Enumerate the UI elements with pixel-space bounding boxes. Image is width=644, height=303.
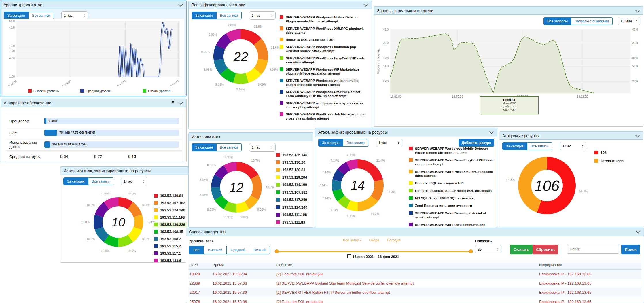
legend-item[interactable]: 193.53.117.249 xyxy=(276,198,307,202)
chevron-down-icon[interactable] xyxy=(636,229,641,234)
legend-item[interactable]: 193.53.136.20 xyxy=(276,160,307,165)
legend-item[interactable]: 193.53.108.15 xyxy=(154,230,185,234)
legend-item[interactable]: 193.53.124.240 xyxy=(276,205,307,210)
date-link[interactable]: Сегодня xyxy=(387,238,401,242)
all-records-button[interactable]: Все записи xyxy=(217,143,242,151)
donut-slice[interactable] xyxy=(251,175,262,200)
attacked-resources-donut-chart[interactable]: 55.7%44.3%106 xyxy=(504,152,596,224)
legend-item[interactable]: Высокий уровень xyxy=(28,89,59,93)
today-button[interactable]: За сегодня xyxy=(63,177,88,185)
legend-item[interactable]: 193.53.112.83 xyxy=(276,220,307,225)
all-records-button[interactable]: Все записи xyxy=(343,139,368,147)
attack-sources-donut-chart[interactable]: 16.7%16.7%8.33%8.33%8.33%8.33%8.33%8.33%… xyxy=(192,153,281,225)
today-button[interactable]: За сегодня xyxy=(192,143,217,151)
level-button-3[interactable]: Низкий xyxy=(249,246,270,254)
chevron-down-icon[interactable] xyxy=(489,130,494,134)
level-button-1[interactable]: Высокий xyxy=(204,246,227,254)
today-button[interactable]: За сегодня xyxy=(4,12,29,19)
legend-item[interactable]: SERVER-WEBAPP Wordpress timthumb.php web… xyxy=(280,45,367,53)
legend-item[interactable]: 193.53.115.2 xyxy=(154,244,185,249)
legend-item[interactable]: 102 xyxy=(594,151,624,155)
legend-item[interactable]: Низкий уровень xyxy=(143,89,171,93)
legend-item[interactable]: SERVER-WEBAPP WordPress XMLRPC pingback … xyxy=(280,26,367,35)
legend-item[interactable]: SERVER-WEBAPP WordPress EasyCart PHP cod… xyxy=(280,56,367,64)
legend-item[interactable]: 193.53.107.182 xyxy=(276,190,307,195)
legend-item[interactable]: 193.53.119.204 xyxy=(276,175,307,180)
alarm-levels-chart[interactable]: 66.040.010.07.004.001.0015:12:3015:28:00… xyxy=(3,19,184,86)
all-attacks-donut-chart[interactable]: 13.6%13.6%9.09%9.09%9.09%9.09%9.09%9.09%… xyxy=(193,15,291,114)
interval-select[interactable]: 1 час ▲▼ xyxy=(249,143,276,152)
level-button-0[interactable]: Все xyxy=(189,246,204,254)
legend-item[interactable]: Средний уровень xyxy=(80,89,111,93)
legend-item[interactable]: 193.53.135.140 xyxy=(276,153,307,157)
interval-select[interactable]: 1 час ▲▼ xyxy=(376,139,402,147)
incident-row[interactable]: 1982816.02.2021 15:56:04[2] Попытка SQL … xyxy=(188,270,641,279)
legend-item[interactable]: 193.53.124.240 xyxy=(154,208,185,213)
pin-icon[interactable] xyxy=(171,100,175,105)
legend-item[interactable]: 193.53.108.2 xyxy=(154,237,185,241)
search-button[interactable]: Поиск xyxy=(621,245,640,254)
interval-select[interactable]: 1 час ▲▼ xyxy=(121,177,147,185)
page-size-select[interactable]: 25 ▲▼ xyxy=(475,245,501,253)
slider-handle-left[interactable] xyxy=(275,249,279,253)
legend-item[interactable]: SERVER-WEBAPP WordPress login denial of … xyxy=(409,211,495,219)
incident-row[interactable]: 2288916.02.2021 15:57:38[2] SERVER-WEBAP… xyxy=(188,279,641,288)
legend-item[interactable]: SERVER-WEBAPP WordPress XMLRPC pingback … xyxy=(409,170,495,178)
legend-item[interactable]: 193.53.111.198 xyxy=(154,215,185,220)
legend-item[interactable]: 193.53.130.226 xyxy=(152,222,187,228)
incident-row[interactable]: 2291716.02.2021 15:57:39[2] SERVER-OTHER… xyxy=(188,288,641,297)
date-link[interactable]: Все записи xyxy=(343,238,362,242)
legend-item[interactable]: 193.53.107.182 xyxy=(154,201,185,205)
legend-item[interactable]: SERVER-WEBAPP WordPress EasyCart PHP cod… xyxy=(409,158,495,166)
search-input[interactable] xyxy=(567,245,619,254)
legend-item[interactable]: SERVER-WEBAPP Wordpress WP Marketplace p… xyxy=(280,67,367,75)
slider-handle-right[interactable] xyxy=(469,249,473,253)
incident-row[interactable]: 2507616.02.2021 15:58:36[2] Попытка SQL … xyxy=(188,297,641,303)
chevron-down-icon[interactable] xyxy=(364,2,368,7)
all-queries-button[interactable]: Все запросы xyxy=(543,17,571,25)
all-records-button[interactable]: Все записи xyxy=(29,12,54,19)
donut-slice[interactable] xyxy=(94,214,103,230)
interval-select[interactable]: 1 час ▲▼ xyxy=(560,142,586,150)
legend-item[interactable]: SERVER-WEBAPP WordPress Job Manager plug… xyxy=(280,112,367,120)
legend-item[interactable]: 193.53.111.198 xyxy=(276,213,307,217)
level-button-2[interactable]: Средний xyxy=(227,246,250,254)
legend-item[interactable]: MS SQL Server EXEC SQL инъекция xyxy=(409,196,495,200)
chevron-down-icon[interactable] xyxy=(179,2,183,7)
column-header-время[interactable]: Время xyxy=(211,260,275,270)
today-button[interactable]: За сегодня xyxy=(502,142,527,150)
legend-item[interactable]: 193.53.130.81 xyxy=(154,194,185,198)
chevron-down-icon[interactable] xyxy=(179,100,183,105)
date-link[interactable]: Вчера xyxy=(369,238,379,242)
legend-item[interactable]: Попытка вызвать SLEEP через SQL инъекцию xyxy=(409,189,495,193)
today-button[interactable]: За сегодня xyxy=(318,139,343,147)
sources-on-resources-donut-chart[interactable]: 10.0%10.0%10.0%10.0%10.0%10.0%10.0%10.0%… xyxy=(72,193,164,263)
legend-item[interactable]: 193.53.114.109 xyxy=(276,183,307,187)
legend-item[interactable]: 193.53.133.6 xyxy=(154,259,185,263)
donut-slice[interactable] xyxy=(133,214,143,230)
legend-item[interactable]: 193.53.117.1 xyxy=(154,251,185,256)
legend-item[interactable]: SERVER-WEBAPP Wordpress Mobile Detector … xyxy=(409,147,495,155)
chevron-down-icon[interactable] xyxy=(635,8,640,13)
column-header-событие[interactable]: Событие xyxy=(275,260,538,270)
chevron-down-icon[interactable] xyxy=(635,133,640,138)
all-records-button[interactable]: Все записи xyxy=(527,142,552,150)
legend-item[interactable]: SERVER-WEBAPP Wordpress Mobile Detector … xyxy=(280,15,367,23)
interval-select[interactable]: 1 час ▲▼ xyxy=(61,11,88,20)
all-records-button[interactable]: Все записи xyxy=(88,177,113,185)
legend-item[interactable]: Попытка SQL инъекции в URI xyxy=(280,38,367,42)
legend-item[interactable]: 193.53.130.81 xyxy=(276,168,307,172)
column-header-информация[interactable]: Информация xyxy=(538,260,641,270)
add-resource-button[interactable]: Добавить ресурс xyxy=(459,139,495,147)
legend-item[interactable]: server.dl.local xyxy=(594,159,624,163)
legend-item[interactable]: SERVER-WEBAPP Wordpress Creative Contact… xyxy=(280,90,367,98)
donut-slice[interactable] xyxy=(236,162,258,179)
error-queries-button[interactable]: Запросы с ошибками xyxy=(571,17,613,25)
download-button[interactable]: Скачать xyxy=(510,245,533,254)
reset-button[interactable]: Сбросить xyxy=(533,245,558,254)
slider-track[interactable] xyxy=(276,251,471,252)
legend-item[interactable]: SERVER-WEBAPP wordpress kses bypass cros… xyxy=(280,101,367,109)
legend-item[interactable]: SERVER-WEBAPP Wordpress wp-banners-lite … xyxy=(280,79,367,87)
column-header-id[interactable]: ID xyxy=(188,260,211,270)
legend-item[interactable]: Попытка SQL инъекции в URI xyxy=(409,181,495,185)
